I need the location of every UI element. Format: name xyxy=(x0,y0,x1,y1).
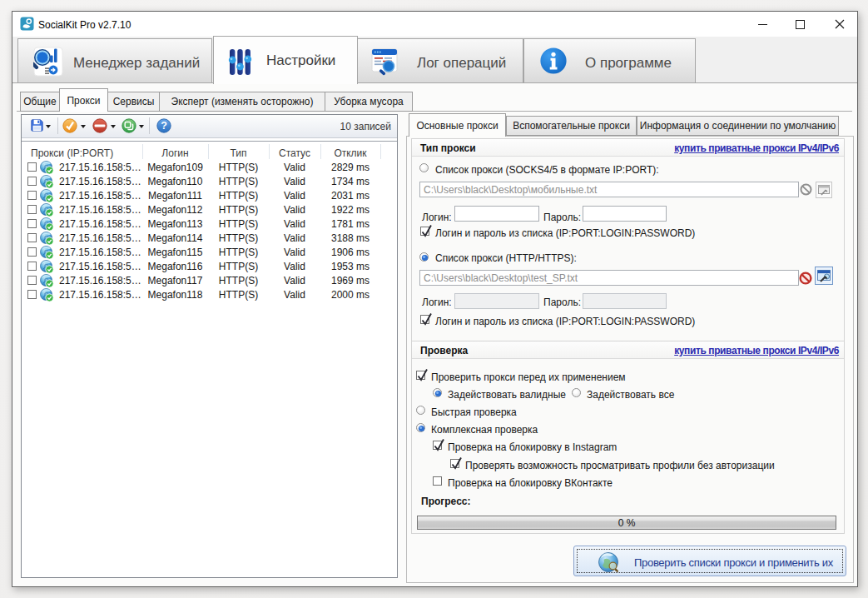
svg-text:?: ? xyxy=(161,120,167,132)
